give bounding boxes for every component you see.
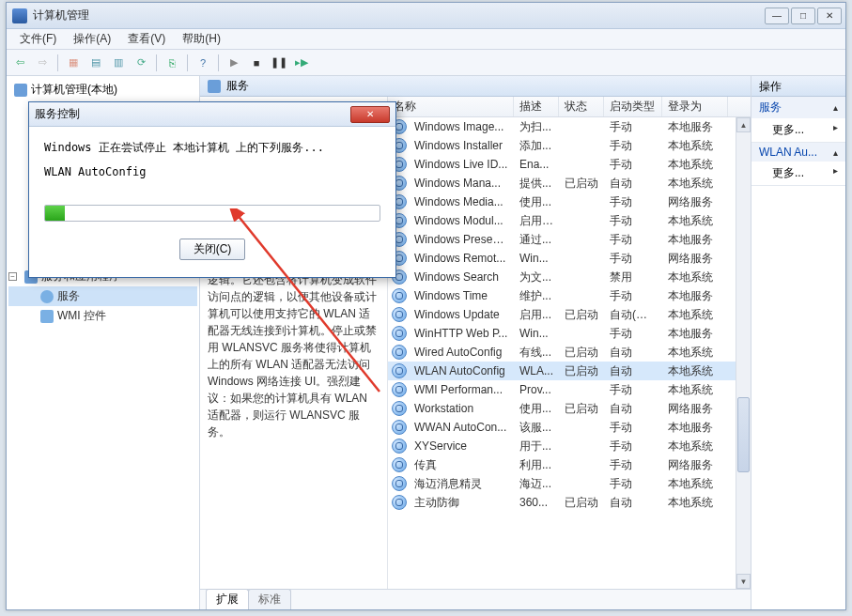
service-row[interactable]: WMI Performan...Prov...手动本地系统 bbox=[388, 380, 736, 399]
service-name: Windows Live ID... bbox=[409, 158, 514, 171]
list-body[interactable]: Windows Image...为扫...手动本地服务Windows Insta… bbox=[388, 117, 736, 589]
restart-icon[interactable]: ▸▶ bbox=[292, 54, 311, 72]
service-name: Windows Image... bbox=[409, 120, 514, 133]
service-row[interactable]: XYService用于...手动本地系统 bbox=[388, 437, 736, 455]
service-name: Windows Remot... bbox=[409, 252, 514, 265]
scroll-thumb[interactable] bbox=[737, 397, 750, 472]
service-row[interactable]: Windows Media...使用...手动网络服务 bbox=[388, 192, 736, 211]
service-row[interactable]: Windows Installer添加...手动本地系统 bbox=[388, 136, 736, 155]
service-name: Windows Search bbox=[409, 270, 514, 284]
service-login: 本地系统 bbox=[662, 363, 728, 379]
dialog-message: Windows 正在尝试停止 本地计算机 上的下列服务... bbox=[44, 140, 380, 156]
dialog-close-btn[interactable]: 关闭(C) bbox=[179, 239, 246, 260]
toolbar-icon[interactable]: ▦ bbox=[64, 54, 83, 72]
service-login: 本地系统 bbox=[662, 270, 728, 285]
service-row[interactable]: Wired AutoConfig有线...已启动自动本地系统 bbox=[388, 343, 736, 362]
actions-more[interactable]: 更多... ▸ bbox=[751, 118, 845, 142]
service-row[interactable]: Windows Live ID...Ena...手动本地系统 bbox=[388, 155, 736, 174]
service-row[interactable]: Workstation使用...已启动自动网络服务 bbox=[388, 399, 736, 418]
service-login: 本地服务 bbox=[662, 232, 728, 248]
service-startup: 手动 bbox=[604, 194, 662, 210]
service-row[interactable]: WWAN AutoCon...该服...手动本地服务 bbox=[388, 418, 736, 437]
service-login: 本地系统 bbox=[662, 382, 728, 398]
service-desc: 用于... bbox=[514, 439, 559, 454]
service-icon bbox=[392, 326, 407, 341]
service-row[interactable]: Windows Presen...通过...手动本地服务 bbox=[388, 230, 736, 249]
minimize-button[interactable]: — bbox=[765, 8, 789, 24]
close-button[interactable]: ✕ bbox=[817, 8, 842, 24]
service-row[interactable]: Windows Image...为扫...手动本地服务 bbox=[388, 117, 736, 136]
pause-icon[interactable]: ❚❚ bbox=[270, 54, 288, 72]
service-row[interactable]: Windows Mana...提供...已启动自动本地系统 bbox=[388, 174, 736, 192]
scroll-up-icon[interactable]: ▲ bbox=[736, 117, 751, 132]
service-desc: 通过... bbox=[514, 232, 559, 248]
service-name: 传真 bbox=[409, 457, 514, 473]
chevron-right-icon: ▸ bbox=[833, 165, 838, 176]
column-name[interactable]: 名称 bbox=[388, 97, 514, 116]
service-row[interactable]: Windows Time维护...手动本地服务 bbox=[388, 286, 736, 305]
refresh-icon[interactable]: ⟳ bbox=[132, 54, 150, 72]
column-startup[interactable]: 启动类型 bbox=[604, 97, 662, 116]
service-desc: 为文... bbox=[514, 270, 559, 285]
tree-node-services[interactable]: 服务 bbox=[8, 286, 197, 306]
export-icon[interactable]: ⎘ bbox=[163, 54, 181, 72]
service-login: 网络服务 bbox=[662, 457, 728, 473]
service-row[interactable]: 主动防御360...已启动自动本地系统 bbox=[388, 493, 736, 512]
scroll-track[interactable] bbox=[736, 132, 751, 574]
service-row[interactable]: WinHTTP Web P...Win...手动本地服务 bbox=[388, 324, 736, 343]
titlebar[interactable]: 计算机管理 — □ ✕ bbox=[7, 3, 845, 29]
service-startup: 手动 bbox=[604, 457, 662, 473]
actions-more[interactable]: 更多... ▸ bbox=[751, 162, 845, 185]
scroll-down-icon[interactable]: ▼ bbox=[736, 574, 751, 589]
toolbar-icon[interactable]: ▥ bbox=[109, 54, 128, 72]
dialog-close-button[interactable]: ✕ bbox=[350, 106, 390, 123]
tab-standard[interactable]: 标准 bbox=[248, 589, 291, 609]
tree-root[interactable]: 计算机管理(本地) bbox=[8, 80, 197, 100]
service-row[interactable]: Windows Update启用...已启动自动(延迟...本地系统 bbox=[388, 305, 736, 324]
chevron-up-icon: ▴ bbox=[833, 147, 838, 158]
service-login: 本地系统 bbox=[662, 307, 728, 323]
window-title: 计算机管理 bbox=[33, 8, 765, 23]
service-row[interactable]: WLAN AutoConfigWLA...已启动自动本地系统 bbox=[388, 362, 736, 380]
column-login[interactable]: 登录为 bbox=[662, 97, 728, 116]
service-login: 本地系统 bbox=[662, 213, 728, 229]
progress-bar bbox=[44, 205, 380, 222]
service-row[interactable]: 传真利用...手动网络服务 bbox=[388, 455, 736, 474]
collapse-icon[interactable]: − bbox=[8, 272, 17, 281]
service-name: WWAN AutoCon... bbox=[409, 421, 514, 434]
back-button[interactable]: ⇦ bbox=[10, 54, 29, 72]
service-row[interactable]: Windows Remot...Win...手动网络服务 bbox=[388, 249, 736, 268]
service-row[interactable]: Windows Modul...启用 ...手动本地系统 bbox=[388, 211, 736, 230]
column-desc[interactable]: 描述 bbox=[514, 97, 559, 116]
actions-section-wlan[interactable]: WLAN Au... ▴ bbox=[751, 143, 845, 162]
service-name: Windows Modul... bbox=[409, 214, 514, 227]
stop-icon[interactable]: ■ bbox=[247, 54, 266, 72]
center-header: 服务 bbox=[200, 76, 751, 97]
maximize-button[interactable]: □ bbox=[791, 8, 815, 24]
toolbar: ⇦ ⇨ ▦ ▤ ▥ ⟳ ⎘ ? ▶ ■ ❚❚ ▸▶ bbox=[7, 50, 845, 76]
scrollbar[interactable]: ▲ ▼ bbox=[736, 117, 751, 589]
tree-node-wmi[interactable]: WMI 控件 bbox=[8, 306, 197, 326]
column-status[interactable]: 状态 bbox=[559, 97, 604, 116]
tree-node-label: 服务 bbox=[57, 288, 80, 304]
service-name: WinHTTP Web P... bbox=[409, 327, 514, 340]
menu-file[interactable]: 文件(F) bbox=[12, 29, 64, 49]
menu-help[interactable]: 帮助(H) bbox=[175, 29, 228, 49]
service-startup: 手动 bbox=[604, 251, 662, 267]
service-row[interactable]: 海迈消息精灵海迈...手动本地系统 bbox=[388, 474, 736, 493]
tab-extended[interactable]: 扩展 bbox=[206, 589, 249, 609]
play-icon[interactable]: ▶ bbox=[225, 54, 243, 72]
service-row[interactable]: Windows Search为文...禁用本地系统 bbox=[388, 268, 736, 286]
menu-action[interactable]: 操作(A) bbox=[66, 29, 118, 49]
service-icon bbox=[392, 307, 407, 322]
actions-section-services[interactable]: 服务 ▴ bbox=[751, 97, 845, 118]
service-login: 本地系统 bbox=[662, 439, 728, 454]
toolbar-separator bbox=[187, 54, 188, 71]
menu-view[interactable]: 查看(V) bbox=[120, 29, 173, 49]
center-title: 服务 bbox=[226, 78, 249, 94]
dialog-titlebar[interactable]: 服务控制 ✕ bbox=[29, 102, 395, 127]
forward-button[interactable]: ⇨ bbox=[33, 54, 52, 72]
toolbar-icon[interactable]: ▤ bbox=[86, 54, 105, 72]
help-icon[interactable]: ? bbox=[194, 54, 212, 72]
service-status: 已启动 bbox=[559, 495, 604, 511]
